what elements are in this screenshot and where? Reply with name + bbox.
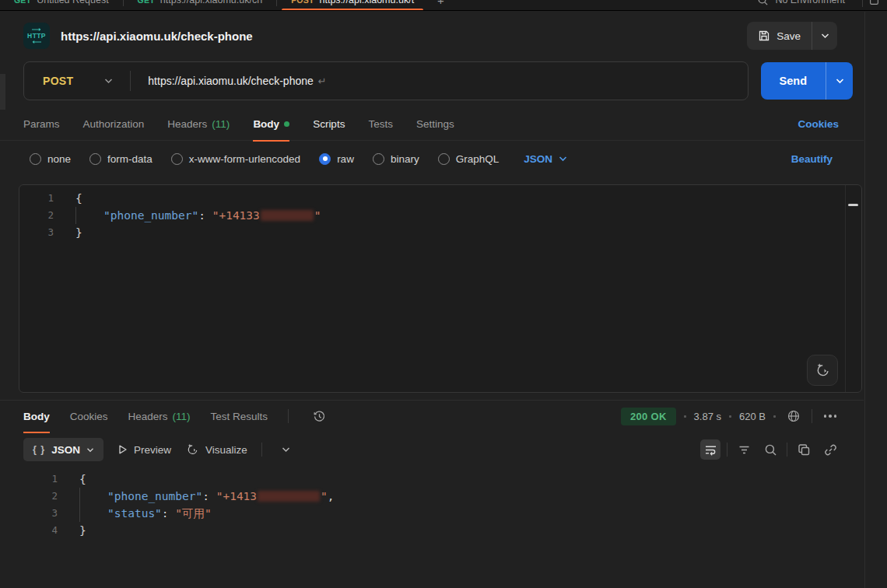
divider <box>288 409 289 423</box>
request-body-code[interactable]: 1{2"phone_number": "+14133"3} <box>19 190 861 241</box>
request-header: HTTP https://api.xiaomu.uk/check-phone S… <box>0 12 864 50</box>
save-icon <box>758 30 770 42</box>
response-history-icon[interactable] <box>309 406 329 426</box>
mode-binary[interactable]: binary <box>373 153 419 165</box>
workspace-tab-strip: GET Untitled Request GET https://api.xia… <box>0 0 887 11</box>
response-meta-row: Body Cookies Headers (11) Test Results <box>0 401 864 432</box>
send-split-button: Send <box>761 62 853 100</box>
response-tab-body-active[interactable]: Body <box>23 400 50 432</box>
editor-scrollbar-thumb[interactable] <box>848 204 858 206</box>
postbot-button[interactable] <box>807 355 838 386</box>
right-sidebar-rail <box>864 12 887 588</box>
tab-headers[interactable]: Headers (11) <box>167 108 230 141</box>
url-input[interactable]: https://api.xiaomu.uk/check-phone <box>148 75 313 87</box>
play-icon <box>117 444 128 455</box>
response-size: 620 B <box>739 411 766 422</box>
radio-none[interactable] <box>30 153 41 165</box>
request-tab-3-active[interactable]: POST https://api.xiaomu.uk/t <box>277 0 428 11</box>
request-tab-2[interactable]: GET https://api.xiaomu.uk/ch <box>124 0 277 11</box>
mode-raw-selected[interactable]: raw <box>319 153 354 165</box>
body-has-content-dot <box>284 121 289 127</box>
mode-none[interactable]: none <box>30 153 71 165</box>
radio-x-www-form-urlencoded[interactable] <box>171 153 183 165</box>
cookies-link[interactable]: Cookies <box>798 118 839 130</box>
request-pane: HTTP https://api.xiaomu.uk/check-phone S… <box>0 12 864 588</box>
dot-separator <box>773 415 776 418</box>
method-badge-post: POST <box>291 0 314 5</box>
radio-graphql[interactable] <box>438 153 450 165</box>
braces-icon: { } <box>33 444 45 455</box>
request-tabs: Params Authorization Headers (11) Body S… <box>0 108 864 141</box>
response-status-group: 200 OK 3.87 s 620 B <box>621 406 840 426</box>
visualize-button[interactable]: Visualize <box>185 443 247 457</box>
radio-binary[interactable] <box>373 153 384 165</box>
tab-body-active[interactable]: Body <box>253 108 289 141</box>
divider <box>130 71 131 91</box>
request-tab-label: Untitled Request <box>37 0 108 5</box>
save-split-button: Save <box>747 22 837 50</box>
response-body-code[interactable]: 1{2"phone_number": "+1413",3"status": "可… <box>23 471 864 539</box>
response-body-viewer[interactable]: 1{2"phone_number": "+1413",3"status": "可… <box>0 471 864 539</box>
save-button[interactable]: Save <box>747 22 812 50</box>
environment-quicklook-icon[interactable] <box>869 0 879 5</box>
method-dropdown[interactable]: POST <box>24 75 130 87</box>
divider <box>261 443 262 457</box>
search-response-icon[interactable] <box>760 439 780 460</box>
url-bar: POST https://api.xiaomu.uk/check-phone ↵ <box>23 61 749 100</box>
request-body-editor[interactable]: 1{2"phone_number": "+14133"3} <box>19 184 862 393</box>
http-request-icon: HTTP <box>23 23 50 49</box>
tab-authorization[interactable]: Authorization <box>83 108 145 141</box>
status-badge: 200 OK <box>621 408 676 425</box>
mode-x-www-form-urlencoded[interactable]: x-www-form-urlencoded <box>171 153 300 165</box>
response-options-ellipsis[interactable] <box>820 406 840 426</box>
radio-form-data[interactable] <box>89 153 101 165</box>
preview-button[interactable]: Preview <box>117 444 171 456</box>
headers-count-badge: (11) <box>212 118 230 130</box>
divider <box>727 443 727 457</box>
request-tab-label: https://api.xiaomu.uk/ch <box>160 0 262 5</box>
wrap-text-icon[interactable] <box>700 439 720 460</box>
search-icon[interactable] <box>757 0 769 6</box>
response-time: 3.87 s <box>694 411 721 422</box>
tab-tests[interactable]: Tests <box>368 108 393 141</box>
active-tab-underline <box>23 432 50 433</box>
tab-scripts[interactable]: Scripts <box>313 108 345 141</box>
visualize-options-caret[interactable] <box>276 439 296 460</box>
response-toolbar-right <box>700 439 840 460</box>
response-tab-cookies[interactable]: Cookies <box>70 400 108 432</box>
mode-form-data[interactable]: form-data <box>89 153 153 165</box>
radio-raw-selected[interactable] <box>319 153 331 165</box>
url-row: POST https://api.xiaomu.uk/check-phone ↵… <box>23 61 853 100</box>
mode-graphql[interactable]: GraphQL <box>438 153 500 165</box>
language-dropdown[interactable]: JSON <box>524 153 567 165</box>
response-format-dropdown[interactable]: { } JSON <box>23 438 103 461</box>
method-badge-get: GET <box>14 0 31 5</box>
beautify-link[interactable]: Beautify <box>791 153 833 165</box>
environment-selector[interactable]: No Environment <box>775 0 845 5</box>
link-icon[interactable] <box>820 439 840 460</box>
tab-settings[interactable]: Settings <box>416 108 454 141</box>
postbot-sparkle-icon <box>814 362 831 379</box>
divider <box>787 443 787 457</box>
response-toolbar: { } JSON Preview Visualize <box>0 435 864 464</box>
filter-icon[interactable] <box>734 439 754 460</box>
editor-scrollbar-track <box>845 185 846 392</box>
request-tab-1[interactable]: GET Untitled Request <box>0 0 123 11</box>
ellipsis-icon <box>822 415 839 418</box>
copy-response-icon[interactable] <box>794 439 814 460</box>
send-options-caret[interactable] <box>826 62 853 100</box>
network-globe-icon[interactable] <box>784 406 804 426</box>
body-mode-row: none form-data x-www-form-urlencoded raw… <box>0 141 864 177</box>
divider <box>862 0 863 7</box>
new-tab-button[interactable]: + <box>428 0 454 7</box>
visualize-sparkle-icon <box>185 443 199 457</box>
tab-params[interactable]: Params <box>23 108 60 141</box>
response-tab-headers[interactable]: Headers (11) <box>128 400 191 432</box>
request-tab-label: https://api.xiaomu.uk/t <box>320 0 415 5</box>
divider <box>812 409 812 423</box>
dot-separator <box>729 415 731 418</box>
response-tabs: Body Cookies Headers (11) Test Results <box>23 401 329 432</box>
send-button[interactable]: Send <box>761 62 826 100</box>
save-options-caret[interactable] <box>812 22 837 50</box>
response-tab-test-results[interactable]: Test Results <box>211 400 268 432</box>
